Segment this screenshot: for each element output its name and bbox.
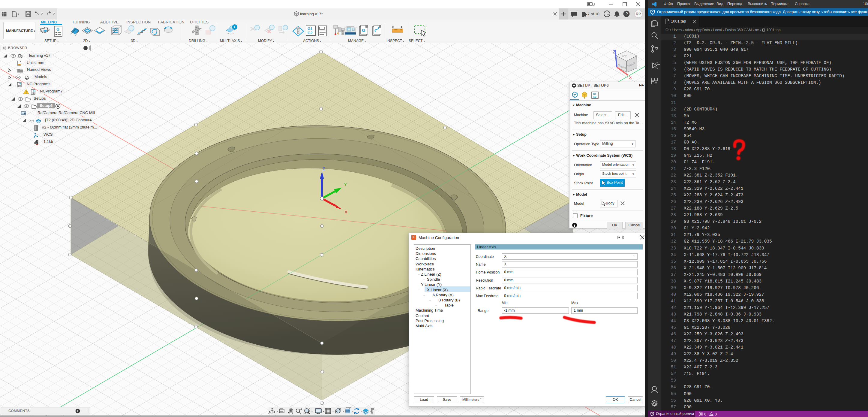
svg-text:G1: G1 (308, 27, 313, 31)
svg-text:X: X (629, 75, 632, 80)
svg-text:G2: G2 (593, 95, 596, 98)
svg-text:0: 0 (715, 412, 717, 416)
svg-text:Z: Z (322, 167, 325, 171)
svg-text:G: G (56, 27, 59, 32)
svg-text:G: G (362, 28, 366, 33)
svg-text:Y: Y (344, 182, 347, 187)
svg-text:X: X (345, 210, 347, 214)
svg-text:RP: RP (636, 12, 641, 16)
svg-text:Z: Z (613, 49, 615, 54)
svg-text:G: G (33, 90, 35, 92)
svg-text:G: G (19, 83, 21, 85)
svg-text:?: ? (626, 11, 628, 16)
svg-text:G2: G2 (308, 31, 313, 35)
svg-text:0: 0 (704, 412, 706, 416)
